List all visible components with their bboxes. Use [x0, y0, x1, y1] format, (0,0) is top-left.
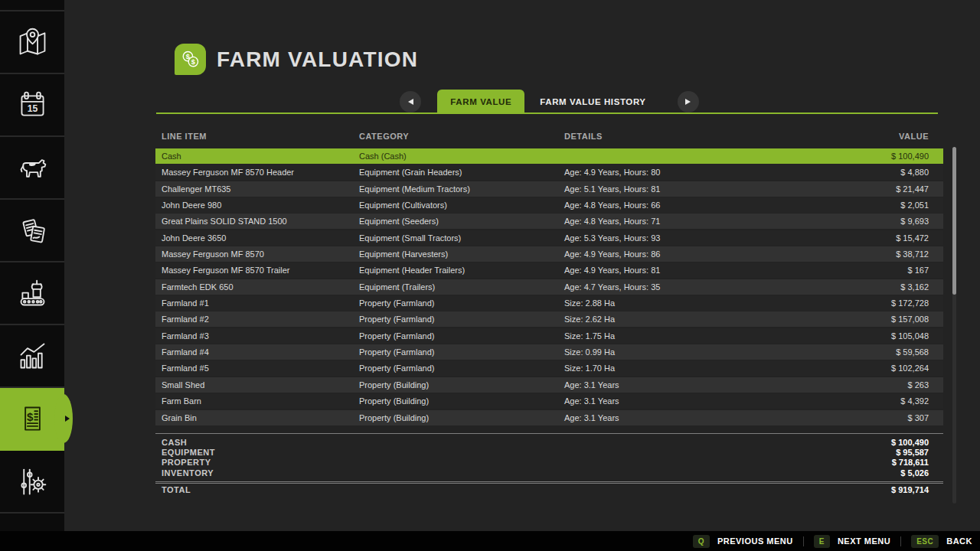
- col-value-header: VALUE: [813, 132, 943, 141]
- valuation-table: CashCash (Cash)$ 100,490Massey Ferguson …: [155, 148, 943, 426]
- table-row[interactable]: Farmland #3Property (Farmland)Size: 1.75…: [155, 328, 943, 344]
- table-scrollbar[interactable]: [952, 147, 956, 504]
- cell-category: Property (Farmland): [353, 315, 558, 324]
- key-hint-label: PREVIOUS MENU: [717, 536, 793, 546]
- table-row[interactable]: Farmland #5Property (Farmland)Size: 1.70…: [155, 360, 943, 376]
- hint-separator: [803, 536, 804, 546]
- col-line-item-header: LINE ITEM: [155, 132, 353, 141]
- footer-bar: QPREVIOUS MENUENEXT MENUESCBACK: [0, 531, 980, 551]
- summary-label: PROPERTY: [155, 458, 813, 467]
- sidebar-item-map[interactable]: [0, 11, 64, 74]
- cell-line-item: Farmland #3: [155, 331, 353, 341]
- cell-category: Equipment (Header Trailers): [353, 266, 558, 275]
- cell-category: Equipment (Seeders): [353, 217, 558, 226]
- table-row[interactable]: Farmland #2Property (Farmland)Size: 2.62…: [155, 311, 943, 327]
- cell-details: Age: 4.8 Years, Hours: 66: [558, 201, 813, 210]
- cell-details: Age: 4.9 Years, Hours: 80: [558, 168, 813, 177]
- table-row[interactable]: Farmland #1Property (Farmland)Size: 2.88…: [155, 295, 943, 311]
- table-row[interactable]: Massey Ferguson MF 8570Equipment (Harves…: [155, 246, 943, 262]
- svg-text:15: 15: [27, 103, 38, 113]
- tab-farm-value-history[interactable]: FARM VALUE HISTORY: [524, 90, 661, 114]
- table-row[interactable]: Small ShedProperty (Building)Age: 3.1 Ye…: [155, 377, 943, 393]
- cell-details: Age: 4.8 Years, Hours: 71: [558, 217, 813, 226]
- map-icon: [15, 25, 50, 60]
- cell-details: Age: 3.1 Years: [558, 396, 813, 406]
- sidebar-item-animals[interactable]: [0, 137, 64, 200]
- cell-value: $ 100,490: [813, 152, 943, 161]
- table-row[interactable]: Great Plains SOLID STAND 1500Equipment (…: [155, 214, 943, 229]
- cell-details: Age: 5.3 Years, Hours: 93: [558, 233, 813, 243]
- summary-row: INVENTORY$ 5,026: [155, 468, 943, 478]
- sidebar-item-finances[interactable]: $: [0, 388, 64, 451]
- table-row[interactable]: Massey Ferguson MF 8570 HeaderEquipment …: [155, 165, 943, 180]
- tab-bar: FARM VALUEFARM VALUE HISTORY: [155, 90, 943, 114]
- table-header: LINE ITEM CATEGORY DETAILS VALUE: [155, 129, 943, 143]
- cell-category: Property (Farmland): [353, 298, 558, 308]
- table-row[interactable]: Farm BarnProperty (Building)Age: 3.1 Yea…: [155, 393, 943, 409]
- keycap-e[interactable]: E: [814, 535, 830, 548]
- sidebar: 15$: [0, 0, 64, 531]
- cell-line-item: Massey Ferguson MF 8570 Trailer: [155, 266, 353, 275]
- summary-value: $ 95,587: [813, 448, 943, 457]
- scrollbar-thumb[interactable]: [952, 147, 956, 295]
- sidebar-item-production[interactable]: [0, 262, 64, 325]
- key-hint-label: NEXT MENU: [838, 536, 890, 546]
- cell-value: $ 172,728: [813, 298, 943, 308]
- farm-valuation-screen: 15$ $ $ FARM VALUATION FARM VALUEFARM VA…: [0, 0, 980, 551]
- key-hint-esc: ESCBACK: [911, 535, 972, 548]
- farm-valuation-coins-icon: $ $: [175, 44, 206, 75]
- col-details-header: DETAILS: [558, 132, 813, 141]
- table-row[interactable]: John Deere 3650Equipment (Small Tractors…: [155, 230, 943, 246]
- cell-details: Size: 2.62 Ha: [558, 315, 813, 324]
- cell-line-item: Small Shed: [155, 380, 353, 390]
- total-value: $ 919,714: [813, 485, 943, 494]
- summary-label: CASH: [155, 438, 813, 447]
- table-row[interactable]: Grain BinProperty (Building)Age: 3.1 Yea…: [155, 410, 943, 425]
- cell-line-item: Farm Barn: [155, 396, 353, 406]
- cell-line-item: Farmland #2: [155, 315, 353, 324]
- sidebar-item-settings[interactable]: [0, 451, 64, 514]
- table-row[interactable]: Massey Ferguson MF 8570 TrailerEquipment…: [155, 262, 943, 278]
- sidebar-item-contracts[interactable]: [0, 200, 64, 262]
- cell-details: Size: 0.99 Ha: [558, 347, 813, 357]
- col-category-header: CATEGORY: [353, 132, 558, 141]
- table-row[interactable]: CashCash (Cash)$ 100,490: [155, 148, 943, 164]
- table-row[interactable]: Challenger MT635Equipment (Medium Tracto…: [155, 181, 943, 197]
- sidebar-item-statistics[interactable]: [0, 325, 64, 388]
- tab-farm-value[interactable]: FARM VALUE: [437, 90, 524, 114]
- cell-value: $ 263: [813, 380, 943, 390]
- cell-line-item: Cash: [155, 152, 353, 161]
- tab-prev-button[interactable]: [400, 91, 421, 112]
- cell-details: Age: 5.1 Years, Hours: 81: [558, 184, 813, 194]
- sidebar-item-calendar[interactable]: 15: [0, 74, 64, 137]
- tab-next-button[interactable]: [678, 91, 699, 112]
- summary-row: EQUIPMENT$ 95,587: [155, 447, 943, 457]
- cell-value: $ 167: [813, 266, 943, 275]
- summary-row: PROPERTY$ 718,611: [155, 458, 943, 468]
- cell-line-item: John Deere 980: [155, 201, 353, 210]
- keycap-q[interactable]: Q: [693, 535, 710, 548]
- summary-value: $ 718,611: [813, 458, 943, 467]
- sidebar-bottom-stub: [0, 514, 64, 528]
- sidebar-top-stub: [0, 0, 64, 11]
- summary-label: INVENTORY: [155, 468, 813, 478]
- cell-value: $ 2,051: [813, 201, 943, 210]
- cell-category: Equipment (Harvesters): [353, 249, 558, 259]
- cell-value: $ 59,568: [813, 347, 943, 357]
- table-row[interactable]: Farmtech EDK 650Equipment (Trailers)Age:…: [155, 279, 943, 295]
- cell-category: Property (Building): [353, 380, 558, 390]
- table-row[interactable]: John Deere 980Equipment (Cultivators)Age…: [155, 197, 943, 213]
- total-row: TOTAL $ 919,714: [155, 484, 943, 497]
- cell-value: $ 102,264: [813, 364, 943, 373]
- cell-line-item: Farmland #1: [155, 298, 353, 308]
- cell-line-item: Great Plains SOLID STAND 1500: [155, 217, 353, 226]
- calendar-icon: 15: [15, 88, 50, 122]
- cell-details: Age: 3.1 Years: [558, 380, 813, 390]
- table-row[interactable]: Farmland #4Property (Farmland)Size: 0.99…: [155, 344, 943, 360]
- cell-details: Age: 4.9 Years, Hours: 81: [558, 266, 813, 275]
- summary-row: CASH$ 100,490: [155, 437, 943, 447]
- cell-line-item: Challenger MT635: [155, 184, 353, 194]
- cell-category: Equipment (Cultivators): [353, 201, 558, 210]
- keycap-esc[interactable]: ESC: [911, 535, 939, 548]
- svg-text:$: $: [191, 58, 196, 66]
